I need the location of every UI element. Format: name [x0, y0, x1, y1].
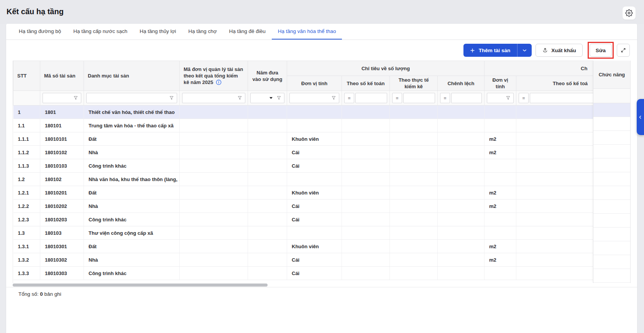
cell-empty — [516, 132, 599, 146]
tab-ha-tang-cho[interactable]: Hạ tầng chợ — [182, 24, 223, 40]
tab-bar: Hạ tầng đường bộ Hạ tầng cấp nước sạch H… — [6, 24, 637, 40]
filter-year-input[interactable] — [253, 96, 269, 101]
cell-asset-code: 18010302 — [40, 253, 84, 267]
table-row[interactable]: 1.3 180103 Thư viện công cộng cấp xã — [13, 226, 631, 240]
filter-by-actual-input[interactable] — [406, 96, 432, 101]
cell-stt: 1.2.1 — [13, 186, 40, 199]
filter-mgmt-unit-code-input[interactable] — [185, 96, 237, 101]
cell-asset-code: 18010202 — [40, 199, 84, 213]
cell-empty — [180, 132, 248, 146]
filter-unit-input[interactable] — [292, 96, 331, 101]
cell-empty — [516, 199, 599, 213]
cell-asset-name: Đất — [84, 186, 180, 199]
table-row[interactable]: 1.1 180101 Trung tâm văn hóa - thể thao … — [13, 119, 631, 132]
cell-empty — [342, 213, 390, 226]
cell-asset-code: 18010101 — [40, 132, 84, 146]
equals-operator[interactable]: = — [392, 93, 402, 103]
cell-empty — [342, 173, 390, 186]
column-header-function: Chức năng — [593, 61, 630, 89]
funnel-icon[interactable] — [506, 96, 511, 101]
cell-asset-name: Nhà văn hóa, khu thể thao thôn (làng, … — [84, 173, 180, 186]
cell-asset-code: 18010303 — [40, 267, 84, 280]
total-label: Tổng số: — [18, 291, 39, 297]
table-row[interactable]: 1.2.3 18010203 Công trình khác Cái — [13, 213, 631, 226]
cell-asset-name: Công trình khác — [84, 159, 180, 173]
table-row[interactable]: 1.3.3 18010303 Công trình khác Cái — [13, 267, 631, 280]
cell-stt: 1.3.3 — [13, 267, 40, 280]
column-header-difference: Chênh lệch — [438, 76, 485, 91]
filter-difference-input[interactable] — [454, 96, 479, 101]
chevron-left-icon — [638, 115, 642, 119]
export-button[interactable]: Xuất khẩu — [536, 44, 583, 57]
cell-empty — [390, 199, 438, 213]
page-title: Kết cấu hạ tầng — [7, 7, 64, 16]
cell-function — [593, 145, 630, 158]
tab-ha-tang-de-dieu[interactable]: Hạ tầng đê điều — [223, 24, 272, 40]
cell-function — [593, 186, 630, 200]
filter-unit-2-input[interactable] — [490, 96, 506, 101]
column-header-by-actual: Theo thực tế kiểm kê — [390, 76, 438, 91]
cell-empty — [180, 119, 248, 132]
funnel-icon[interactable] — [331, 96, 336, 101]
cell-empty — [180, 213, 248, 226]
horizontal-scrollbar-thumb[interactable] — [13, 284, 268, 287]
filter-by-accounting-2-input[interactable] — [533, 96, 593, 101]
cell-empty — [248, 267, 287, 280]
tab-ha-tang-cap-nuoc-sach[interactable]: Hạ tầng cấp nước sạch — [67, 24, 133, 40]
cell-function — [593, 227, 630, 241]
cell-function — [593, 241, 630, 255]
cell-unit: Cái — [287, 146, 342, 159]
cell-empty — [390, 253, 438, 267]
table-row[interactable]: 1.1.1 18010101 Đất Khuôn viên m2 — [13, 132, 631, 146]
table-row[interactable]: 1 1801 Thiết chế văn hóa, thiết chế thể … — [13, 106, 631, 119]
add-asset-more-button[interactable] — [517, 44, 532, 57]
cell-empty — [390, 186, 438, 199]
funnel-icon[interactable] — [73, 96, 78, 101]
table-row[interactable]: 1.2.1 18010201 Đất Khuôn viên m2 — [13, 186, 631, 199]
cell-empty — [390, 119, 438, 132]
cell-asset-code: 1801 — [40, 106, 84, 119]
tab-ha-tang-van-hoa-the-thao[interactable]: Hạ tầng văn hóa thể thao — [272, 24, 342, 40]
funnel-icon[interactable] — [276, 96, 281, 101]
table-row[interactable]: 1.2.2 18010202 Nhà Cái m2 — [13, 199, 631, 213]
equals-operator[interactable]: = — [344, 93, 354, 103]
year-filter-select[interactable] — [250, 93, 284, 103]
cell-empty — [516, 240, 599, 253]
cell-empty — [248, 173, 287, 186]
tab-ha-tang-duong-bo[interactable]: Hạ tầng đường bộ — [13, 24, 67, 40]
info-icon[interactable] — [216, 79, 222, 85]
add-asset-button[interactable]: Thêm tài sản — [463, 44, 518, 57]
column-header-by-accounting: Theo số kế toán — [342, 76, 390, 91]
cell-unit: Khuôn viên — [287, 132, 342, 146]
funnel-icon[interactable] — [237, 96, 242, 101]
settings-button[interactable] — [623, 7, 636, 20]
edit-button[interactable]: Sửa — [590, 44, 612, 57]
cell-stt: 1.3.2 — [13, 253, 40, 267]
filter-cell-asset-code — [40, 91, 84, 106]
cell-empty — [180, 146, 248, 159]
cell-empty — [390, 159, 438, 173]
cell-stt: 1.1.1 — [13, 132, 40, 146]
filter-asset-category-input[interactable] — [89, 96, 169, 101]
cell-empty — [248, 132, 287, 146]
side-panel-toggle[interactable] — [637, 99, 644, 135]
table-row[interactable]: 1.3.2 18010302 Nhà Cái m2 — [13, 253, 631, 267]
filter-by-accounting-input[interactable] — [358, 96, 384, 101]
fullscreen-button[interactable] — [617, 44, 630, 57]
funnel-icon[interactable] — [169, 96, 174, 101]
caret-down-icon[interactable] — [269, 97, 273, 99]
cell-empty — [438, 173, 485, 186]
table-row[interactable]: 1.2 180102 Nhà văn hóa, khu thể thao thô… — [13, 173, 631, 186]
plus-icon — [470, 48, 475, 53]
table-row[interactable]: 1.1.3 18010103 Công trình khác Cái — [13, 159, 631, 173]
filter-asset-code-input[interactable] — [46, 96, 73, 101]
cell-empty — [248, 253, 287, 267]
table-row[interactable]: 1.1.2 18010102 Nhà Cái m2 — [13, 146, 631, 159]
tab-ha-tang-thuy-loi[interactable]: Hạ tầng thủy lợi — [133, 24, 182, 40]
equals-operator[interactable]: = — [440, 93, 450, 103]
cell-empty — [248, 159, 287, 173]
cell-empty — [342, 159, 390, 173]
table-row[interactable]: 1.3.1 18010301 Đất Khuôn viên m2 — [13, 240, 631, 253]
equals-operator[interactable]: = — [519, 93, 529, 103]
cell-empty — [180, 159, 248, 173]
